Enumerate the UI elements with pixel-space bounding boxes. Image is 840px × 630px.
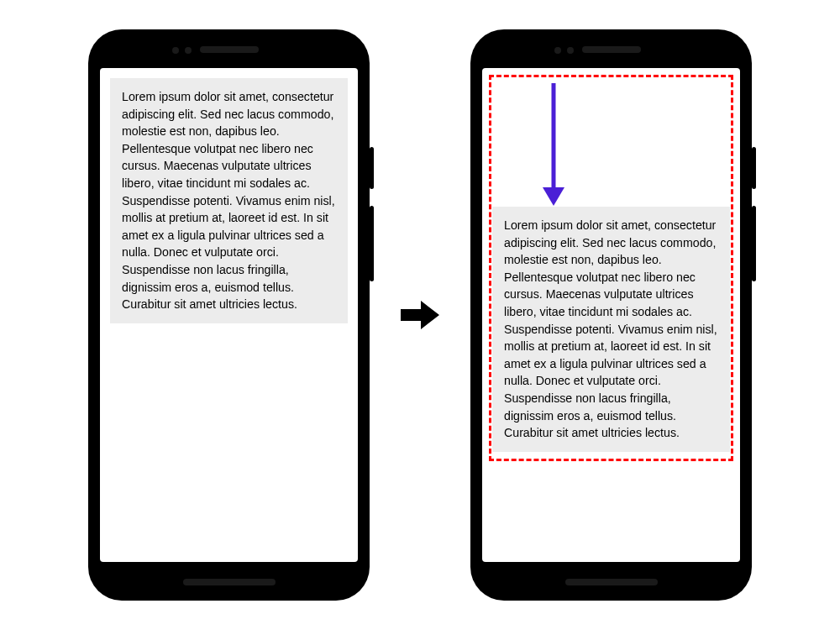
content-block-before: Lorem ipsum dolor sit amet, consectetur … <box>110 78 348 323</box>
phone-sensor-icon <box>567 47 574 54</box>
offset-arrow-icon <box>541 83 566 209</box>
phone-before: Lorem ipsum dolor sit amet, consectetur … <box>88 29 370 601</box>
phone-home-bar-icon <box>183 579 276 585</box>
phone-screen-after: Lorem ipsum dolor sit amet, consectetur … <box>482 68 740 562</box>
phone-earpiece-icon <box>582 46 641 53</box>
phone-sensor-icon <box>554 47 561 54</box>
phone-side-button <box>752 147 756 189</box>
phone-sensor-icon <box>185 47 192 54</box>
phone-sensor-icon <box>172 47 179 54</box>
phone-after: Lorem ipsum dolor sit amet, consectetur … <box>470 29 752 601</box>
phone-screen-before: Lorem ipsum dolor sit amet, consectetur … <box>100 68 358 562</box>
phone-home-bar-icon <box>565 579 658 585</box>
phone-side-button <box>752 206 756 281</box>
content-block-after: Lorem ipsum dolor sit amet, consectetur … <box>492 207 730 452</box>
phone-side-button <box>370 206 374 281</box>
phone-earpiece-icon <box>200 46 259 53</box>
transition-arrow-icon <box>395 290 445 340</box>
svg-marker-0 <box>401 301 439 329</box>
phone-side-button <box>370 147 374 189</box>
diagram-stage: Lorem ipsum dolor sit amet, consectetur … <box>42 17 798 613</box>
